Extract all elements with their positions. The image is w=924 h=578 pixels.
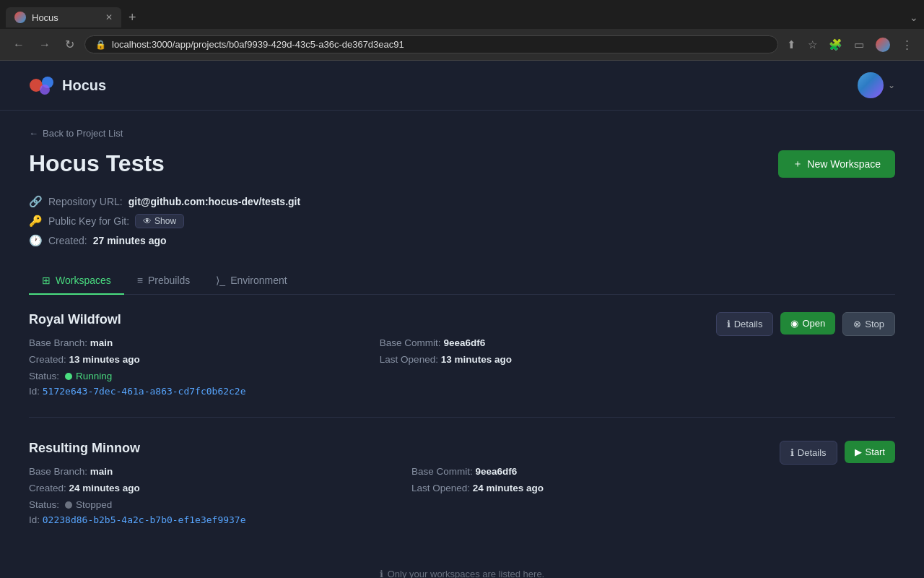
workspaces-tab-label: Workspaces [56,275,111,286]
created-label: Created: [48,235,87,246]
new-workspace-label: New Workspace [807,158,881,170]
status-row: Status: Stopped [29,499,780,510]
hocus-logo-icon [29,72,55,98]
info-circle-icon: ℹ [380,569,383,578]
back-link-label: Back to Project List [43,128,123,139]
link-icon: 🔗 [29,195,43,208]
created-row: 🕐 Created: 27 minutes ago [29,234,895,247]
details-button-royal-wildfowl[interactable]: ℹ Details [716,312,774,336]
workspace-id: 5172e643-7dec-461a-a863-cd7fc0b62c2e [43,386,246,397]
repo-value: git@github.com:hocus-dev/tests.git [128,196,300,207]
tab-workspaces[interactable]: ⊞ Workspaces [29,267,124,295]
open-label: Open [802,318,825,329]
details-label: Details [734,319,763,329]
key-icon: 🔑 [29,215,43,228]
new-tab-button[interactable]: + [124,10,141,25]
tab-environment[interactable]: ⟩_ Environment [203,267,300,295]
plus-icon: ＋ [793,158,803,171]
user-avatar-button[interactable]: ⌄ [858,72,895,98]
share-icon[interactable]: ⬆ [784,35,799,54]
ws-created-value: 13 minutes ago [69,354,140,365]
back-arrow-icon: ← [29,128,38,139]
details-button-resulting-minnow[interactable]: ℹ Details [780,441,837,465]
start-icon: ▶ [855,447,862,457]
status-label: Status: [29,371,59,381]
sidebar-icon[interactable]: ▭ [851,35,867,54]
created-field: Created: 13 minutes ago [29,354,365,365]
back-button[interactable]: ← [9,35,29,54]
back-to-project-list-link[interactable]: ← Back to Project List [29,128,895,139]
id-field: Id: 5172e643-7dec-461a-a863-cd7fc0b62c2e [29,386,716,397]
start-label: Start [866,447,885,457]
repo-url-row: 🔗 Repository URL: git@github.com:hocus-d… [29,195,895,208]
workspace-item-resulting-minnow: Resulting Minnow Base Branch: main Base … [29,441,895,545]
base-commit-field: Base Commit: 9eea6df6 [380,337,716,348]
app-logo-text: Hocus [62,77,106,94]
tab-favicon [14,12,26,23]
logo-area: Hocus [29,72,106,98]
workspaces-tab-icon: ⊞ [42,275,51,286]
open-button-royal-wildfowl[interactable]: ◉ Open [780,312,835,335]
stop-icon: ⊗ [853,319,861,329]
last-opened-field: Last Opened: 13 minutes ago [380,354,716,365]
stop-button-royal-wildfowl[interactable]: ⊗ Stop [842,312,895,336]
app-header: Hocus ⌄ [0,61,924,111]
status-dot-green-icon [65,373,72,380]
prebuilds-tab-icon: ≡ [137,275,143,286]
status-text: Stopped [76,499,112,510]
id-field: Id: 02238d86-b2b5-4a2c-b7b0-ef1e3ef9937e [29,514,780,525]
environment-tab-icon: ⟩_ [216,275,225,286]
workspace-info: Royal Wildfowl Base Branch: main Base Co… [29,312,716,397]
workspace-id: 02238d86-b2b5-4a2c-b7b0-ef1e3ef9937e [43,514,246,525]
workspace-name: Resulting Minnow [29,441,780,456]
new-workspace-button[interactable]: ＋ New Workspace [778,150,895,178]
main-content: ← Back to Project List Hocus Tests ＋ New… [0,111,924,578]
page-title: Hocus Tests [29,150,165,177]
bookmark-icon[interactable]: ☆ [805,35,820,54]
base-commit-field: Base Commit: 9eea6df6 [411,466,780,477]
show-pubkey-button[interactable]: 👁 Show [135,214,184,228]
tab-list-chevron[interactable]: ⌄ [910,12,918,23]
base-branch-field: Base Branch: main [29,466,397,477]
workspace-details-grid: Base Branch: main Base Commit: 9eea6df6 … [29,337,716,365]
app-content: Hocus ⌄ ← Back to Project List Hocus Tes… [0,61,924,578]
menu-icon[interactable]: ⋮ [899,35,915,54]
status-stopped-badge: Stopped [65,499,112,510]
profile-icon[interactable] [873,34,893,54]
pubkey-label: Public Key for Git: [48,215,129,227]
status-running-badge: Running [65,371,112,381]
info-icon: ℹ [790,447,794,458]
status-dot-gray-icon [65,501,72,509]
tab-title: Hocus [32,12,58,23]
workspace-row: Resulting Minnow Base Branch: main Base … [29,441,895,525]
workspace-details-grid: Base Branch: main Base Commit: 9eea6df6 … [29,466,780,493]
page-header: Hocus Tests ＋ New Workspace [29,150,895,178]
toolbar-actions: ⬆ ☆ 🧩 ▭ ⋮ [784,34,915,54]
status-label: Status: [29,499,59,510]
footer-note: ℹ Only your workspaces are listed here. [29,569,895,578]
tab-close-button[interactable]: ✕ [105,12,113,22]
workspace-name: Royal Wildfowl [29,312,716,327]
extensions-icon[interactable]: 🧩 [826,35,845,54]
tab-bar: Hocus ✕ + ⌄ [0,0,924,29]
tab-prebuilds[interactable]: ≡ Prebuilds [124,267,204,295]
stop-label: Stop [865,319,884,329]
forward-button[interactable]: → [35,35,55,54]
url-input[interactable] [112,39,767,50]
ws-last-opened-value: 13 minutes ago [441,354,512,365]
ws-created-value: 24 minutes ago [69,483,140,493]
info-icon: ℹ [727,319,731,329]
base-commit-value: 9eea6df6 [443,337,485,348]
show-label: Show [154,216,176,226]
start-button-resulting-minnow[interactable]: ▶ Start [845,441,895,463]
browser-toolbar: ← → ↻ 🔒 ⬆ ☆ 🧩 ▭ ⋮ [0,29,924,61]
open-icon: ◉ [790,318,798,329]
active-tab[interactable]: Hocus ✕ [6,7,121,27]
address-bar[interactable]: 🔒 [84,35,778,53]
status-row: Status: Running [29,371,716,381]
reload-button[interactable]: ↻ [61,35,79,54]
ws-last-opened-value: 24 minutes ago [473,483,544,493]
repo-label: Repository URL: [48,196,123,207]
last-opened-field: Last Opened: 24 minutes ago [411,483,780,493]
base-branch-field: Base Branch: main [29,337,365,348]
